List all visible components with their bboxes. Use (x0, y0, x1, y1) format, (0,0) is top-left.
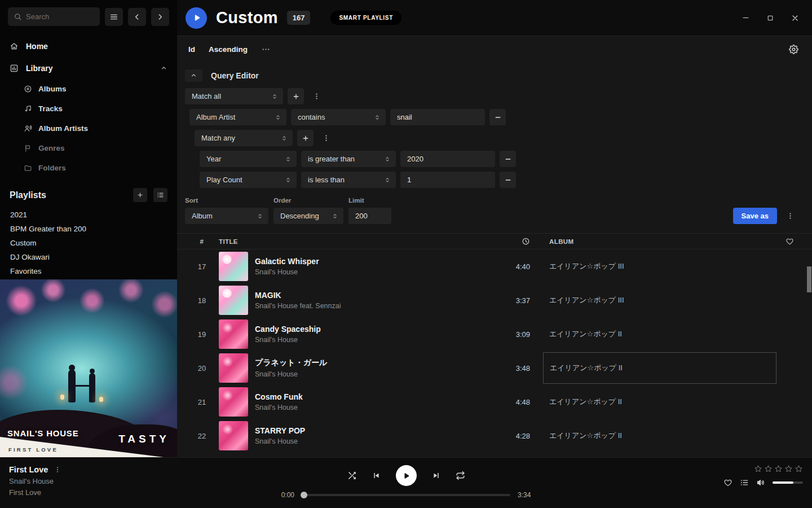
rule-field-select[interactable]: Album Artist (189, 109, 286, 125)
sidebar-item-tracks[interactable]: Tracks (0, 99, 177, 119)
group-options-button[interactable] (318, 130, 334, 146)
star-icon[interactable] (764, 465, 773, 473)
track-artist[interactable]: Snail's House feat. Sennzai (255, 302, 488, 310)
add-playlist-button[interactable] (133, 188, 147, 202)
track-row[interactable]: 22 STARRY POP Snail's House 4:28 エイリアン☆ポ… (177, 419, 812, 453)
match-type-select[interactable]: Match any (195, 130, 293, 146)
track-row[interactable]: 17 Galactic Whisper Snail's House 4:40 エ… (177, 249, 812, 283)
sidebar-item-home[interactable]: Home (0, 35, 177, 57)
add-rule-button[interactable] (297, 130, 314, 146)
album-art-thumbnail[interactable] (219, 421, 248, 450)
now-playing-title[interactable]: First Love (9, 465, 48, 474)
star-icon[interactable] (774, 465, 783, 473)
sort-field-control[interactable]: Id (188, 45, 195, 54)
play-pause-button[interactable] (396, 465, 417, 486)
nav-forward-button[interactable] (151, 8, 169, 26)
playlist-item[interactable]: BPM Greater than 200 (0, 222, 177, 236)
track-artist[interactable]: Snail's House (255, 437, 488, 445)
match-type-select[interactable]: Match all (185, 88, 283, 104)
column-header-number[interactable]: # (185, 238, 219, 245)
minimize-button[interactable] (741, 14, 750, 23)
rule-operator-select[interactable]: is greater than (301, 151, 396, 167)
seek-slider[interactable] (302, 494, 510, 496)
column-header-album[interactable]: ALBUM (533, 238, 777, 245)
volume-button[interactable] (756, 478, 765, 487)
playlist-list-button[interactable] (153, 188, 167, 202)
playlist-item[interactable]: Custom (0, 236, 177, 250)
volume-slider[interactable] (773, 481, 803, 484)
limit-input[interactable] (348, 208, 391, 224)
column-header-favorite[interactable] (777, 237, 802, 246)
track-row[interactable]: 20 プラネット・ガール Snail's House 3:48 エイリアン☆ポッ… (177, 351, 812, 385)
track-album-cell[interactable]: エイリアン☆ポップ III (533, 283, 777, 317)
album-art-thumbnail[interactable] (219, 387, 248, 417)
favorite-button[interactable] (723, 478, 732, 487)
settings-button[interactable] (789, 45, 798, 54)
track-artist[interactable]: Snail's House (255, 268, 488, 276)
search-box[interactable] (8, 7, 100, 26)
rule-value-input[interactable] (390, 109, 485, 125)
search-input[interactable] (26, 12, 94, 21)
save-options-button[interactable] (782, 208, 798, 224)
now-playing-options-button[interactable] (54, 466, 61, 474)
rule-operator-select[interactable]: contains (291, 109, 386, 125)
track-artist[interactable]: Snail's House (255, 336, 488, 344)
album-art-thumbnail[interactable] (219, 353, 248, 383)
rule-value-input[interactable] (400, 172, 495, 188)
next-track-button[interactable] (432, 471, 440, 480)
track-album-cell[interactable]: エイリアン☆ポップ II (533, 419, 777, 453)
star-icon[interactable] (784, 465, 793, 473)
nav-back-button[interactable] (128, 8, 146, 26)
star-icon[interactable] (795, 465, 803, 473)
track-album-cell[interactable]: エイリアン☆ポップ II (533, 317, 777, 351)
repeat-button[interactable] (456, 471, 465, 480)
remove-rule-button[interactable] (500, 172, 516, 188)
sidebar-item-folders[interactable]: Folders (0, 158, 177, 178)
playlist-item[interactable]: 2021 (0, 208, 177, 222)
close-button[interactable] (791, 14, 800, 23)
column-header-duration[interactable] (488, 237, 533, 246)
sidebar-item-genres[interactable]: Genres (0, 138, 177, 158)
track-artist[interactable]: Snail's House (255, 404, 488, 411)
remove-rule-button[interactable] (489, 109, 506, 125)
shuffle-button[interactable] (347, 471, 357, 480)
queue-button[interactable] (740, 478, 749, 487)
menu-button[interactable] (105, 8, 123, 26)
order-select[interactable]: Descending (273, 208, 343, 224)
track-row[interactable]: 19 Candy Spaceship Snail's House 3:09 エイ… (177, 317, 812, 351)
now-playing-artist[interactable]: Snail's House (9, 477, 61, 485)
track-artist[interactable]: Snail's House (255, 370, 488, 378)
track-row[interactable]: 18 MAGIK Snail's House feat. Sennzai 3:3… (177, 283, 812, 317)
star-icon[interactable] (754, 465, 762, 473)
track-album-cell[interactable]: エイリアン☆ポップ II (533, 385, 777, 419)
playlist-item[interactable]: DJ Okawari (0, 250, 177, 264)
album-art-thumbnail[interactable] (219, 319, 248, 349)
play-playlist-button[interactable] (186, 7, 207, 29)
sidebar-item-album-artists[interactable]: Album Artists (0, 119, 177, 138)
track-album-cell[interactable]: エイリアン☆ポップ III (533, 249, 777, 283)
remove-rule-button[interactable] (500, 151, 516, 167)
sidebar-item-albums[interactable]: Albums (0, 79, 177, 99)
collapse-query-editor-button[interactable] (185, 69, 202, 82)
group-options-button[interactable] (308, 88, 325, 104)
seek-slider-thumb[interactable] (301, 492, 307, 498)
track-album-cell-focused[interactable]: エイリアン☆ポップ II (533, 351, 777, 385)
more-options-button[interactable] (261, 45, 271, 54)
rule-field-select[interactable]: Play Count (200, 172, 297, 188)
maximize-button[interactable] (766, 14, 775, 23)
album-art-thumbnail[interactable] (219, 286, 248, 315)
vertical-scrollbar-thumb[interactable] (807, 266, 811, 292)
now-playing-album-art[interactable]: SNAIL'S HOUSE FIRST LOVE TASTY (0, 279, 177, 457)
save-as-button[interactable]: Save as (733, 208, 777, 224)
sidebar-item-library[interactable]: Library (0, 57, 177, 79)
rule-operator-select[interactable]: is less than (301, 172, 396, 188)
track-row[interactable]: 21 Cosmo Funk Snail's House 4:48 エイリアン☆ポ… (177, 385, 812, 419)
add-rule-button[interactable] (288, 88, 304, 104)
now-playing-album[interactable]: First Love (9, 488, 61, 497)
album-art-thumbnail[interactable] (219, 252, 248, 281)
sort-select[interactable]: Album (185, 208, 268, 224)
previous-track-button[interactable] (372, 471, 381, 480)
column-header-title[interactable]: TITLE (219, 238, 488, 245)
rule-field-select[interactable]: Year (200, 151, 297, 167)
playlist-item[interactable]: Favorites (0, 264, 177, 278)
